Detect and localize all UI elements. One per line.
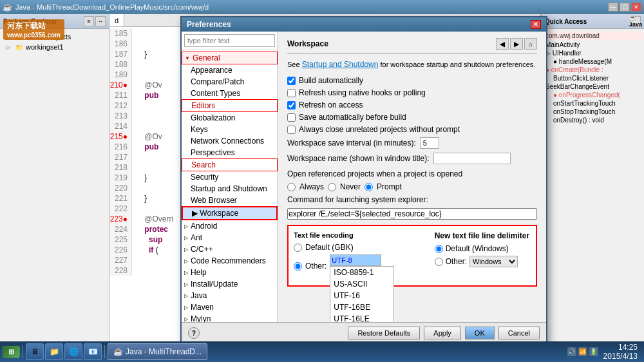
tree-item-network[interactable]: Network Connections (182, 135, 278, 147)
ok-button[interactable]: OK (465, 327, 495, 339)
network-icon[interactable]: 📶 (578, 347, 587, 356)
tree-item-cpp[interactable]: ▷ C/C++ (182, 243, 278, 255)
tree-item-label: Ant (191, 233, 202, 242)
encoding-value-input[interactable] (330, 254, 381, 266)
nav-back-button[interactable]: ◀ (496, 38, 509, 50)
always-radio[interactable] (287, 183, 296, 191)
tree-item-java[interactable]: ▷ Java (182, 290, 278, 301)
system-explorer-input[interactable] (287, 208, 537, 220)
delimiter-other-select[interactable]: Windows Unix Mac OS X (469, 256, 518, 267)
outline-item[interactable]: ButtonClickListener (543, 74, 643, 82)
expand-icon: ▷ (184, 247, 188, 252)
tree-item-startup[interactable]: Startup and Shutdown (182, 183, 278, 195)
dialog-bottom: ? Restore Defaults Apply OK Cancel (182, 322, 546, 343)
taskbar-clock[interactable]: 14:25 2015/4/13 (600, 343, 641, 361)
help-button[interactable]: ? (188, 327, 200, 339)
taskbar-java-app[interactable]: ☕ Java - MultiThreadD... (108, 343, 207, 360)
tree-item-label: Perspectives (191, 148, 235, 157)
tree-item-compare-patch[interactable]: Compare/Patch (182, 76, 278, 88)
left-panel: Package Explorer ≡ ↔ ▷ 📁 Other Projects … (0, 14, 109, 362)
encoding-default-radio[interactable] (294, 243, 302, 252)
start-button[interactable]: ⊞ (3, 346, 20, 358)
java-btn[interactable]: ☕ Java (630, 16, 641, 26)
tree-item-maven[interactable]: ▷ Maven (182, 301, 278, 313)
tree-item-help[interactable]: ▷ Help (182, 267, 278, 278)
taskbar-btn-2[interactable]: 📁 (45, 343, 63, 360)
sys-tray: 🔊 📶 🔋 (567, 347, 598, 356)
outline-item[interactable]: SeekBarChangeEvent (543, 82, 643, 91)
outline-item[interactable]: ▷ UIHandler (543, 49, 643, 57)
expand-icon: ▷ (184, 281, 188, 287)
minimize-button[interactable]: — (608, 3, 618, 12)
outline-item[interactable]: onStartTrackingTouch (543, 99, 643, 108)
tree-item-android[interactable]: ▷ Android (182, 220, 278, 232)
dialog-title: Preferences (187, 20, 231, 29)
close-button[interactable]: ✕ (631, 3, 641, 12)
volume-icon[interactable]: 🔊 (567, 347, 576, 356)
taskbar-btn-3[interactable]: 🌐 (64, 343, 82, 360)
maximize-button[interactable]: □ (620, 3, 630, 12)
expand-icon: ▷ (184, 224, 188, 229)
tree-item-label: Java (191, 291, 207, 300)
code-tab[interactable]: d (109, 14, 124, 26)
dialog-close-button[interactable]: ✕ (531, 20, 541, 29)
enc-option-ascii[interactable]: US-ASCII (330, 278, 393, 290)
refresh-native-row: Refresh using native hooks or polling (287, 88, 537, 97)
outline-item[interactable]: com.wwj.download (543, 32, 643, 41)
tree-item-ant[interactable]: ▷ Ant (182, 232, 278, 243)
tree-item-keys[interactable]: Keys (182, 124, 278, 135)
tree-item-perspectives[interactable]: Perspectives (182, 147, 278, 158)
enc-option-utf16be[interactable]: UTF-16BE (330, 301, 393, 313)
encoding-other-radio[interactable] (294, 262, 302, 271)
tree-item-editors[interactable]: Editors (182, 99, 278, 112)
restore-defaults-button[interactable]: Restore Defaults (348, 327, 420, 339)
watermark-text: 河东下载站 (7, 21, 46, 30)
prompt-radio[interactable] (365, 183, 373, 191)
tree-item-mylyn[interactable]: ▷ Mylyn (182, 313, 278, 322)
link-button[interactable]: ↔ (95, 16, 106, 26)
tree-item-code-recommenders[interactable]: ▷ Code Recommenders (182, 255, 278, 267)
tree-item-general[interactable]: ▼ General (182, 52, 278, 64)
nav-fwd-button[interactable]: ▶ (510, 38, 523, 50)
delimiter-default-label: Default (Windows) (446, 244, 509, 253)
enc-option-utf16le[interactable]: UTF-16LE (330, 313, 393, 322)
enc-option-utf16[interactable]: UTF-16 (330, 290, 393, 301)
taskbar-btn-1[interactable]: 🖥 (26, 343, 44, 360)
tree-item-globalization[interactable]: Globalization (182, 112, 278, 124)
startup-shutdown-link[interactable]: Startup and Shutdown (302, 60, 379, 69)
outline-item[interactable]: ● handleMessage(M (543, 57, 643, 66)
filter-input[interactable] (184, 34, 275, 47)
save-before-build-checkbox[interactable] (287, 113, 296, 122)
taskbar-btn-4[interactable]: 📧 (84, 343, 102, 360)
apply-button[interactable]: Apply (424, 327, 461, 339)
collapse-all-button[interactable]: ≡ (84, 16, 94, 26)
tree-item-web-browser[interactable]: Web Browser (182, 195, 278, 206)
delimiter-default-radio[interactable] (435, 245, 443, 253)
outline-item[interactable]: ● onProgressChanged( (543, 91, 643, 99)
refresh-access-checkbox[interactable] (287, 101, 296, 110)
outline-item[interactable]: onStopTrackingTouch (543, 108, 643, 116)
tree-item-workspace[interactable]: ▶ Workspace (182, 206, 278, 220)
outline-item[interactable]: onDestroy() : void (543, 116, 643, 124)
save-interval-input[interactable] (420, 137, 439, 149)
refresh-native-checkbox[interactable] (287, 89, 296, 97)
clock-date: 2015/4/13 (603, 352, 638, 361)
cancel-button[interactable]: Cancel (498, 327, 540, 339)
battery-icon[interactable]: 🔋 (589, 347, 598, 356)
tree-item-security[interactable]: Security (182, 171, 278, 183)
tree-item-appearance[interactable]: Appearance (182, 64, 278, 76)
workingset1-item[interactable]: ▷ 📁 workingset1 (1, 42, 108, 52)
enc-option-iso[interactable]: ISO-8859-1 (330, 267, 393, 278)
outline-item[interactable]: ● onCreate(Bundle : (543, 66, 643, 74)
close-unrelated-checkbox[interactable] (287, 126, 296, 134)
workspace-name-input[interactable] (433, 153, 511, 164)
tree-item-content-types[interactable]: Content Types (182, 88, 278, 99)
never-radio[interactable] (328, 183, 336, 191)
tree-item-install-update[interactable]: ▷ Install/Update (182, 278, 278, 290)
folder-icon: 📁 (15, 43, 24, 52)
tree-item-search[interactable]: Search (182, 158, 278, 171)
delimiter-other-radio[interactable] (435, 258, 443, 266)
nav-home-button[interactable]: ⌂ (524, 38, 537, 50)
build-auto-checkbox[interactable] (287, 77, 296, 85)
outline-item[interactable]: MainActivity (543, 41, 643, 49)
